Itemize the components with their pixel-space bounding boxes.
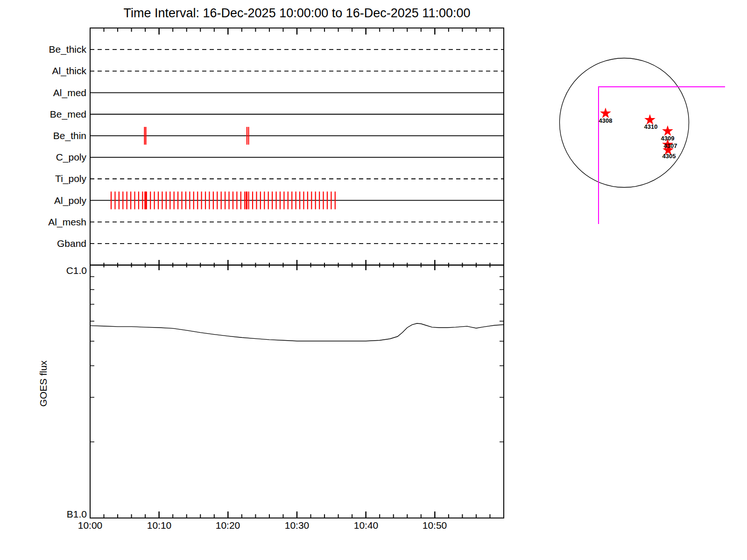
active-region-label-4307: 4307 xyxy=(655,142,685,149)
filter-label-gband: Gband xyxy=(14,238,86,250)
xrt-goes-timeline-page: Time Interval: 16-Dec-2025 10:00:00 to 1… xyxy=(0,0,747,560)
time-tick-1020: 10:20 xyxy=(207,520,249,531)
filter-panel-frame xyxy=(90,28,504,265)
active-region-label-4310: 4310 xyxy=(636,123,666,130)
filter-label-be-thin: Be_thin xyxy=(14,130,86,142)
filter-label-be-med: Be_med xyxy=(14,108,86,120)
filter-label-al-med: Al_med xyxy=(14,87,86,99)
goes-panel-frame xyxy=(90,265,504,518)
active-region-label-4308: 4308 xyxy=(591,117,620,124)
filter-label-al-poly: Al_poly xyxy=(14,195,86,207)
filter-label-c-poly: C_poly xyxy=(14,151,86,163)
goes-axis-title: GOES flux xyxy=(38,360,49,406)
filter-label-al-mesh: Al_mesh xyxy=(14,216,86,228)
filter-label-be-thick: Be_thick xyxy=(14,43,86,56)
time-tick-1000: 10:00 xyxy=(69,520,111,531)
time-tick-1040: 10:40 xyxy=(345,520,387,531)
solar-disk-limb xyxy=(560,58,689,188)
time-tick-1030: 10:30 xyxy=(276,520,318,531)
page-title: Time Interval: 16-Dec-2025 10:00:00 to 1… xyxy=(90,6,504,21)
time-tick-1010: 10:10 xyxy=(138,520,180,531)
filter-label-al-thick: Al_thick xyxy=(14,65,86,77)
active-region-label-4309: 4309 xyxy=(653,135,683,142)
filter-label-ti-poly: Ti_poly xyxy=(14,173,86,185)
active-region-star-4308 xyxy=(600,108,611,119)
plot-canvas xyxy=(0,0,747,560)
goes-bottom-tick-label: B1.0 xyxy=(45,508,87,520)
time-tick-1050: 10:50 xyxy=(414,520,456,531)
active-region-label-4305: 4305 xyxy=(654,153,684,160)
goes-flux-curve xyxy=(90,323,504,341)
goes-top-tick-label: C1.0 xyxy=(45,265,87,277)
